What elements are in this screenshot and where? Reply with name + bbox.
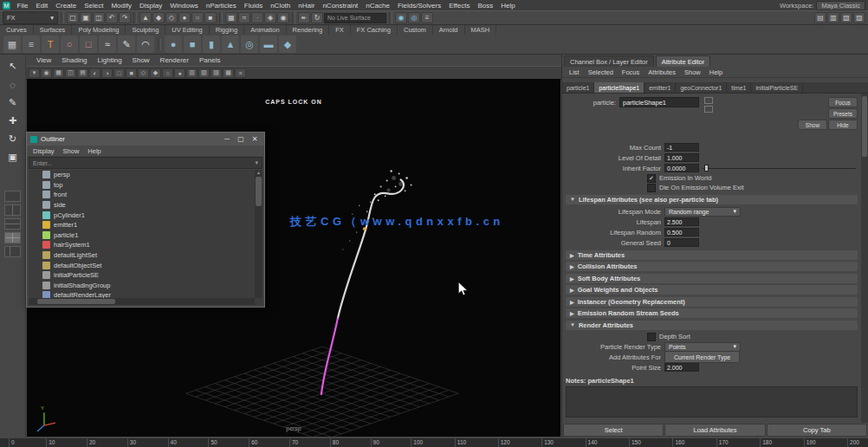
notes-textarea[interactable]	[566, 386, 858, 418]
menu-item[interactable]: Help	[497, 2, 519, 10]
panel-menu-item[interactable]: Shading	[56, 56, 92, 64]
shelf-tab[interactable]: Custom	[398, 25, 433, 35]
menu-item[interactable]: Boss	[474, 2, 497, 10]
panel-toolbar-icon[interactable]: ◫	[65, 68, 76, 78]
panel-toolbar-icon[interactable]: ◐	[89, 68, 100, 78]
close-icon[interactable]: ✕	[249, 134, 261, 144]
save-scene-icon[interactable]: ◫	[93, 12, 105, 23]
render-settings-icon[interactable]: ≡	[421, 12, 433, 23]
ep-curve-icon[interactable]: ≈	[99, 36, 116, 53]
divider[interactable]	[389, 12, 392, 23]
render-icon[interactable]: ◉	[395, 12, 407, 23]
collapsed-section-header[interactable]: ▶ Goal Weights and Objects	[566, 285, 858, 295]
minimize-icon[interactable]: ─	[221, 134, 233, 144]
collapsed-section-header[interactable]: ▶ Emission Random Stream Seeds	[566, 308, 858, 318]
live-surface-field[interactable]: No Live Surface	[324, 13, 386, 23]
panel-toolbar-icon[interactable]: ▧	[198, 68, 210, 78]
outliner-vertical-scrollbar[interactable]: ▲	[255, 170, 262, 298]
menu-item[interactable]: nConstraint	[319, 2, 362, 10]
lifespan-field[interactable]: 2.500	[664, 217, 699, 226]
outliner-titlebar[interactable]: Outliner ─ ▢ ✕	[27, 133, 264, 146]
attribute-editor-menu-item[interactable]: List	[565, 68, 584, 76]
select-tool[interactable]: ↖	[3, 58, 23, 74]
general-seed-field[interactable]: 0	[664, 238, 699, 247]
point-size-field[interactable]: 2.000	[664, 363, 699, 372]
footer-button[interactable]: Load Attributes	[664, 424, 765, 437]
toggle-hypershade-icon[interactable]: ▥	[827, 12, 839, 23]
menu-item[interactable]: Effects	[445, 2, 474, 10]
current-render-type-button[interactable]: Current Render Type	[664, 351, 740, 363]
hide-button[interactable]: Hide	[828, 120, 858, 130]
lifespan-random-field[interactable]: 0.500	[664, 228, 699, 236]
redo-icon[interactable]: ↷	[119, 12, 131, 23]
collapsed-section-header[interactable]: ▶ Time Attributes	[566, 250, 858, 260]
node-tab[interactable]: initialParticleSE	[751, 82, 803, 93]
inherit-factor-field[interactable]: 0.0000	[664, 164, 699, 172]
menu-item[interactable]: Fields/Solvers	[393, 2, 444, 10]
menu-item[interactable]: Edit	[32, 2, 52, 10]
focus-button[interactable]: Focus	[828, 97, 858, 107]
panel-toolbar-icon[interactable]: ○	[162, 68, 173, 78]
snap-curve-icon[interactable]: ≈	[238, 12, 250, 23]
panel-menu-item[interactable]: Show	[127, 56, 155, 64]
sidebar-tab[interactable]: Channel Box / Layer Editor	[564, 55, 654, 67]
toggle-modeling-toolkit-icon[interactable]: ▤	[814, 12, 826, 23]
workspace-dropdown[interactable]: Maya Classic	[816, 1, 865, 10]
attribute-editor-scrollbar[interactable]	[861, 94, 868, 423]
snap-plane-icon[interactable]: ◈	[264, 12, 276, 23]
shelf-tab[interactable]: MASH	[465, 25, 497, 35]
panel-toolbar-icon[interactable]: ◇	[138, 68, 149, 78]
attribute-editor-menu-item[interactable]: Attributes	[644, 68, 680, 76]
scale-tool[interactable]: ▣	[3, 149, 23, 165]
panel-toolbar-icon[interactable]: ●	[174, 68, 185, 78]
show-button[interactable]: Show	[798, 120, 827, 130]
undo-icon[interactable]: ↶	[106, 12, 118, 23]
particle-render-type-dropdown[interactable]: Points ▾	[664, 342, 741, 352]
panel-toolbar-icon[interactable]: □	[113, 68, 125, 78]
attribute-editor-menu-item[interactable]: Show	[680, 68, 705, 76]
mask-curves-icon[interactable]: ○	[191, 12, 204, 23]
shelf-tab[interactable]: FX Caching	[351, 25, 398, 35]
checkbox[interactable]	[647, 184, 656, 192]
node-name-field[interactable]	[619, 97, 699, 107]
presets-button[interactable]: Presets	[828, 108, 858, 119]
node-tab[interactable]: time1	[727, 82, 751, 93]
select-component-icon[interactable]: ◇	[165, 12, 178, 23]
outliner-item[interactable]: pCylinder1	[29, 210, 255, 220]
shelf-tab[interactable]: UV Editing	[165, 25, 209, 35]
panel-menu-item[interactable]: Panels	[194, 56, 225, 64]
shelf-tab[interactable]: Poly Modeling	[72, 25, 126, 35]
poly-plane-icon[interactable]: ▬	[260, 36, 277, 53]
panel-toolbar-icon[interactable]: ◑	[101, 68, 113, 78]
outliner-search-field[interactable]: Enter... ▾	[29, 157, 262, 169]
node-tab[interactable]: particleShape1	[594, 82, 645, 93]
pencil-curve-icon[interactable]: ✎	[118, 36, 135, 53]
panel-toolbar-icon[interactable]: ◆	[150, 68, 161, 78]
panel-toolbar-icon[interactable]: ◉	[41, 68, 52, 78]
section-render-attributes[interactable]: ▼ Render Attributes	[566, 321, 858, 330]
nurbs-circle-icon[interactable]: ○	[61, 36, 78, 53]
outliner-item[interactable]: initialShadingGroup	[29, 281, 255, 291]
outliner-item[interactable]: persp	[29, 170, 255, 180]
section-lifespan-attributes[interactable]: ▼ Lifespan Attributes (see also per-part…	[566, 195, 858, 204]
menu-item[interactable]: File	[13, 2, 32, 10]
curve-upper[interactable]	[338, 179, 404, 318]
shelf-tab[interactable]: Rendering	[287, 25, 330, 35]
outliner-item[interactable]: defaultRenderLayer	[29, 290, 255, 298]
menu-item[interactable]: Create	[52, 2, 81, 10]
panel-toolbar-icon[interactable]: ▾	[29, 68, 40, 78]
panel-toolbar-icon[interactable]: ▩	[223, 68, 234, 78]
menu-item[interactable]: Display	[136, 2, 166, 10]
outliner-item[interactable]: initialParticleSE	[29, 270, 255, 281]
outliner-horizontal-scrollbar[interactable]	[29, 298, 255, 305]
shelf-menu-icon[interactable]: ≡	[23, 36, 40, 53]
shelf-tab[interactable]: Animation	[244, 25, 286, 35]
outliner-menu-item[interactable]: Display	[29, 147, 58, 155]
shelf-tab[interactable]: Curves	[0, 25, 34, 35]
menu-item[interactable]: nHair	[295, 2, 319, 10]
outliner-item[interactable]: side	[29, 200, 255, 211]
menu-item[interactable]: Windows	[166, 2, 202, 10]
ipr-render-icon[interactable]: ◎	[408, 12, 420, 23]
poly-sphere-icon[interactable]: ●	[165, 36, 182, 53]
panel-toolbar-icon[interactable]: ■	[126, 68, 137, 78]
